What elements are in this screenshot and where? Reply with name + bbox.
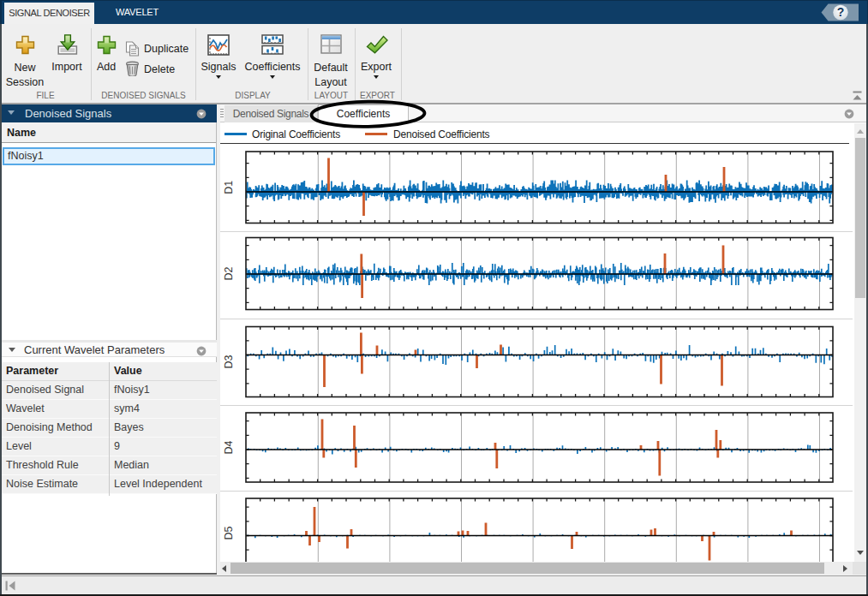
svg-text:D5: D5	[223, 526, 235, 539]
svg-text:D3: D3	[223, 355, 235, 368]
svg-text:D1: D1	[223, 181, 235, 194]
svg-text:D4: D4	[223, 440, 235, 454]
svg-text:?: ?	[837, 5, 845, 19]
svg-text:D2: D2	[223, 266, 235, 280]
